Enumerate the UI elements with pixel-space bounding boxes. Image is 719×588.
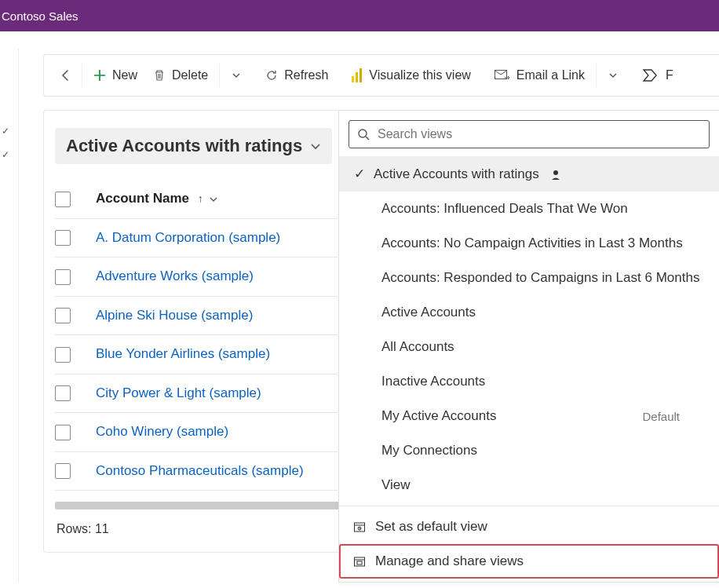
sort-asc-icon: ↑ (198, 192, 203, 205)
visualize-label: Visualize this view (369, 68, 471, 82)
app-header: Contoso Sales (0, 0, 719, 31)
back-button[interactable] (53, 64, 78, 86)
view-option[interactable]: All Accounts (339, 330, 719, 364)
left-rail: ✓ ✓ (0, 49, 19, 583)
powerbi-icon (352, 68, 363, 82)
view-option-label: Accounts: Influenced Deals That We Won (381, 201, 628, 217)
manage-share-label: Manage and share views (375, 553, 524, 569)
refresh-button[interactable]: Refresh (257, 64, 336, 87)
new-label: New (112, 68, 137, 82)
back-arrow-icon (60, 69, 72, 82)
rail-chev-2[interactable]: ✓ (2, 149, 9, 160)
view-option[interactable]: Accounts: Influenced Deals That We Won (339, 192, 719, 226)
rows-label-text: Rows: (57, 522, 91, 535)
header-gap (0, 31, 719, 49)
toolbar-divider (82, 64, 82, 87)
view-option-label: My Connections (381, 443, 477, 458)
table-row[interactable]: City Power & Light (sample) (55, 374, 338, 413)
view-option-label: Active Accounts (381, 305, 476, 320)
horizontal-scrollbar[interactable] (55, 502, 377, 509)
search-icon (357, 128, 370, 141)
view-option-label: Accounts: Responded to Campaigns in Last… (381, 270, 699, 286)
view-option-label: All Accounts (381, 339, 454, 355)
new-button[interactable]: New (86, 64, 145, 87)
view-option[interactable]: View (339, 468, 719, 502)
row-checkbox[interactable] (55, 347, 71, 363)
view-title-text: Active Accounts with ratings (66, 136, 302, 156)
table-row[interactable]: Coho Winery (sample) (55, 413, 338, 452)
row-checkbox[interactable] (55, 385, 71, 401)
set-default-label: Set as default view (375, 519, 487, 535)
row-checkbox[interactable] (55, 269, 71, 285)
chevron-down-icon (232, 71, 241, 80)
search-views-wrapper[interactable] (349, 120, 710, 148)
svg-rect-0 (352, 76, 354, 82)
command-bar: New Delete Refresh Visualize this view E… (43, 54, 719, 97)
search-views-input[interactable] (378, 127, 701, 141)
account-link[interactable]: Coho Winery (sample) (96, 424, 228, 439)
chevron-down-icon (310, 141, 321, 152)
view-option[interactable]: My Active AccountsDefault (339, 399, 719, 433)
account-link[interactable]: Adventure Works (sample) (96, 268, 254, 283)
account-link[interactable]: Contoso Pharmaceuticals (sample) (96, 463, 304, 478)
account-link[interactable]: Alpine Ski House (sample) (96, 308, 253, 323)
table-row[interactable]: Blue Yonder Airlines (sample) (55, 335, 338, 374)
trash-icon (153, 69, 166, 82)
accounts-grid: Account Name ↑ A. Datum Corporation (sam… (55, 180, 338, 491)
refresh-icon (265, 69, 278, 82)
view-option[interactable]: Accounts: Responded to Campaigns in Last… (339, 261, 719, 295)
view-option[interactable]: Accounts: No Campaign Activities in Last… (339, 226, 719, 261)
view-selector[interactable]: Active Accounts with ratings (55, 128, 332, 164)
menu-separator (339, 506, 719, 506)
account-link[interactable]: City Power & Light (sample) (96, 385, 261, 400)
view-option[interactable]: ✓Active Accounts with ratings (339, 156, 719, 192)
default-tag: Default (642, 410, 680, 423)
person-icon (550, 169, 561, 180)
view-option-label: Active Accounts with ratings (374, 166, 539, 182)
row-checkbox[interactable] (55, 425, 71, 440)
table-row[interactable]: A. Datum Corporation (sample) (55, 218, 338, 257)
chevron-down-icon (209, 195, 218, 204)
view-option[interactable]: Inactive Accounts (339, 364, 719, 399)
view-option-label: Accounts: No Campaign Activities in Last… (381, 236, 683, 251)
view-option[interactable]: Active Accounts (339, 295, 719, 330)
svg-rect-1 (356, 72, 358, 82)
default-view-icon (353, 520, 366, 533)
table-row[interactable]: Alpine Ski House (sample) (55, 296, 338, 335)
visualize-button[interactable]: Visualize this view (344, 64, 479, 87)
email-link-button[interactable]: Email a Link (487, 64, 593, 87)
view-option[interactable]: My Connections (339, 433, 719, 468)
manage-share-views-item[interactable]: Manage and share views (339, 544, 719, 579)
row-checkbox[interactable] (55, 463, 71, 479)
email-icon (495, 70, 510, 81)
account-link[interactable]: Blue Yonder Airlines (sample) (96, 346, 270, 361)
row-checkbox[interactable] (55, 308, 71, 323)
overflow-button[interactable]: F (634, 64, 681, 87)
checkmark-icon: ✓ (353, 166, 366, 182)
svg-rect-2 (360, 68, 362, 82)
flow-icon (642, 68, 659, 82)
svg-point-5 (553, 170, 558, 175)
delete-split-button[interactable] (223, 66, 250, 85)
view-option-label: Inactive Accounts (381, 374, 485, 389)
delete-label: Delete (172, 68, 208, 82)
toolbar-divider-3 (596, 64, 597, 87)
table-row[interactable]: Contoso Pharmaceuticals (sample) (55, 451, 338, 491)
table-row[interactable]: Adventure Works (sample) (55, 257, 338, 297)
column-header-label: Account Name (96, 191, 189, 206)
overflow-label: F (666, 68, 673, 82)
select-all-checkbox[interactable] (55, 192, 71, 207)
delete-button[interactable]: Delete (145, 64, 216, 87)
row-checkbox[interactable] (55, 230, 71, 246)
view-selector-dropdown: ✓Active Accounts with ratings Accounts: … (338, 110, 719, 583)
chevron-down-icon (608, 71, 618, 80)
svg-rect-9 (357, 561, 362, 564)
set-default-view-item[interactable]: Set as default view (339, 509, 719, 544)
rail-chev-1[interactable]: ✓ (2, 126, 9, 137)
email-label: Email a Link (516, 68, 585, 82)
column-header-account-name[interactable]: Account Name ↑ (96, 180, 338, 218)
email-split-button[interactable] (600, 66, 626, 85)
account-link[interactable]: A. Datum Corporation (sample) (96, 230, 280, 245)
app-title: Contoso Sales (2, 9, 78, 23)
svg-point-4 (359, 130, 367, 137)
